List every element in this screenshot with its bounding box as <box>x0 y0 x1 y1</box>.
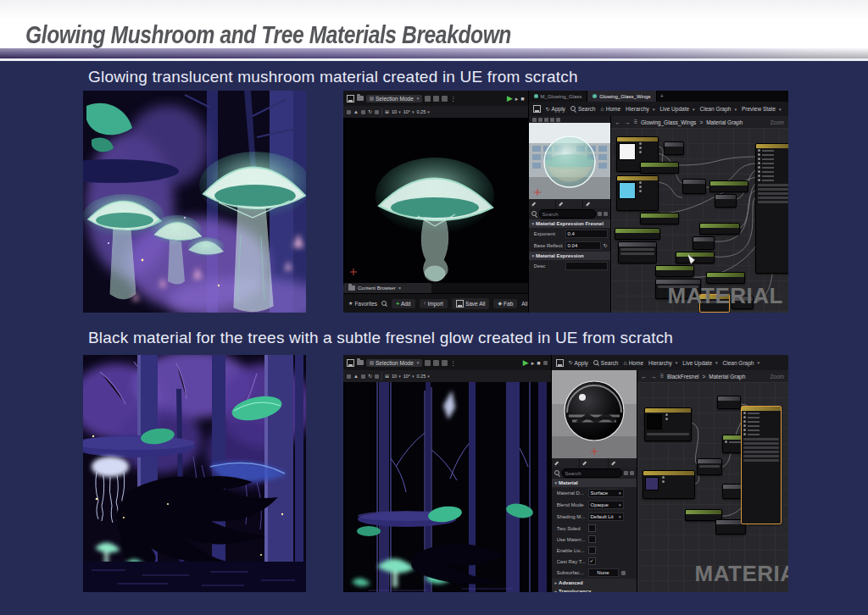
material-section-header[interactable]: ▾Material <box>552 479 637 487</box>
new-tab-button[interactable]: + <box>657 91 667 102</box>
scalar-param-node[interactable] <box>706 272 745 284</box>
details-tab-1[interactable] <box>529 199 555 208</box>
folder-icon[interactable] <box>357 360 364 365</box>
scalar-param-node[interactable] <box>655 265 694 277</box>
grid-snap-value[interactable]: 10 <box>392 109 401 114</box>
viewport-options-icon[interactable] <box>347 374 351 379</box>
search-icon[interactable] <box>381 301 387 307</box>
scale-tool-icon[interactable] <box>375 374 379 379</box>
select-tool-icon[interactable]: ▲ <box>353 374 359 379</box>
details-tab-2[interactable] <box>580 458 608 468</box>
grid-snap-icon[interactable]: ⊞ <box>385 374 389 379</box>
material-preview-viewport[interactable] <box>552 370 637 458</box>
live-update-dropdown[interactable]: Live Update <box>682 360 717 366</box>
shape-cylinder-icon[interactable] <box>550 118 554 122</box>
material-graph-canvas[interactable]: MATERIAL <box>611 128 788 313</box>
select-tool-icon[interactable]: ▲ <box>353 109 359 114</box>
multiply-node[interactable] <box>715 194 737 208</box>
more-icon[interactable]: ⋮ <box>450 96 456 102</box>
fresnel-section-header[interactable]: ▾Material Expression Fresnel <box>529 219 610 228</box>
graph-nav-icon[interactable]: ⠿ <box>634 119 637 125</box>
lit-mode-icon[interactable] <box>538 118 542 122</box>
save-icon[interactable] <box>347 359 354 367</box>
apply-button[interactable]: ↻Apply <box>546 106 565 112</box>
search-button[interactable]: Search <box>570 106 596 112</box>
search-button[interactable]: Search <box>593 360 619 366</box>
two-sided-checkbox[interactable] <box>588 524 596 532</box>
rotation-snap-value[interactable]: 10° <box>403 374 415 379</box>
forward-icon[interactable]: → <box>625 119 631 125</box>
back-icon[interactable]: ← <box>615 119 621 125</box>
skip-button[interactable]: ▸ <box>531 360 535 366</box>
cinematics-icon[interactable] <box>442 96 448 102</box>
scalar-param-node[interactable] <box>640 162 679 174</box>
rotate-tool-icon[interactable]: ↻ <box>368 374 372 379</box>
rotate-tool-icon[interactable]: ↻ <box>368 109 372 114</box>
clean-graph-dropdown[interactable]: Clean Graph <box>723 360 760 366</box>
create-icon[interactable] <box>425 360 431 366</box>
material-result-node[interactable] <box>741 406 782 524</box>
viewport-mushroom[interactable] <box>343 118 528 283</box>
constant-node[interactable] <box>618 241 657 263</box>
selection-mode-dropdown[interactable]: Selection Mode <box>366 95 422 102</box>
close-icon[interactable]: × <box>398 285 402 291</box>
gear-icon[interactable] <box>604 212 608 216</box>
scalar-param-node[interactable] <box>640 213 679 224</box>
grid-snap-icon[interactable]: ⊞ <box>385 109 389 114</box>
scalar-param-node[interactable] <box>709 180 748 192</box>
constant-color-node[interactable] <box>644 407 692 441</box>
gear-icon[interactable] <box>630 471 634 475</box>
scale-tool-icon[interactable] <box>375 110 379 114</box>
advanced-section-header[interactable]: ▸Advanced <box>552 579 637 587</box>
play-button[interactable]: ▶ <box>523 359 529 367</box>
enable-checkbox[interactable] <box>588 546 596 554</box>
back-icon[interactable]: ← <box>642 374 648 380</box>
translucency-section-header[interactable]: ▸Translucency <box>552 587 637 592</box>
selection-mode-dropdown[interactable]: Selection Mode <box>366 359 422 367</box>
stop-button[interactable]: ■ <box>537 360 540 366</box>
tab-m-glowing-glass[interactable]: M_Glowing_Glass <box>529 91 588 102</box>
apply-button[interactable]: ↻Apply <box>569 360 588 366</box>
breadcrumb-asset[interactable]: BlackFresnel <box>667 374 699 380</box>
use-material-attributes-checkbox[interactable] <box>588 535 596 543</box>
more-icon[interactable]: ⋮ <box>450 360 456 366</box>
save-icon[interactable] <box>533 105 541 113</box>
blend-mode-select[interactable]: Opaque▾ <box>588 501 624 509</box>
hierarchy-dropdown[interactable]: Hierarchy <box>626 106 654 112</box>
home-button[interactable]: ⌂Home <box>623 360 643 366</box>
move-tool-icon[interactable] <box>361 374 365 379</box>
live-update-dropdown[interactable]: Live Update <box>659 106 694 112</box>
shape-sphere-icon[interactable] <box>544 118 548 122</box>
details-tab-2[interactable] <box>556 199 582 208</box>
multiply-node[interactable] <box>693 236 715 250</box>
save-icon[interactable] <box>347 95 354 102</box>
cast-ray-traced-checkbox[interactable]: ✓ <box>588 557 596 565</box>
texture-sample-node[interactable] <box>616 175 659 211</box>
favorites-button[interactable]: ★Favorites <box>348 301 377 307</box>
viewport-forest[interactable] <box>343 382 551 592</box>
fab-button[interactable]: ◆Fab <box>493 299 517 308</box>
rotation-snap-value[interactable]: 10° <box>403 109 415 114</box>
cinematics-icon[interactable] <box>442 360 448 366</box>
create-icon[interactable] <box>425 96 431 102</box>
exponent-input[interactable]: 0.4 <box>565 230 608 238</box>
save-all-button[interactable]: Save All <box>452 298 490 309</box>
subsurface-profile-value[interactable]: None <box>588 568 619 577</box>
folder-icon[interactable] <box>357 96 364 101</box>
scale-snap-value[interactable]: 0.25 <box>417 374 430 379</box>
home-button[interactable]: ⌂Home <box>600 106 620 112</box>
grid-snap-value[interactable]: 10 <box>392 374 401 379</box>
multiply-node[interactable] <box>664 141 684 155</box>
perspective-icon[interactable] <box>532 118 537 122</box>
import-button[interactable]: ↑Import <box>420 299 448 308</box>
details-tab-1[interactable] <box>552 458 580 468</box>
details-tab-3[interactable] <box>609 458 637 468</box>
details-search-input[interactable]: Search <box>562 468 622 478</box>
transform-icon[interactable] <box>433 96 439 102</box>
platforms-icon[interactable] <box>543 361 548 365</box>
material-result-node[interactable] <box>755 143 788 274</box>
clean-graph-dropdown[interactable]: Clean Graph <box>700 106 737 112</box>
material-graph-canvas[interactable]: MATERIAL <box>637 382 788 592</box>
save-icon[interactable] <box>556 359 564 367</box>
scalar-param-node[interactable] <box>615 228 660 240</box>
